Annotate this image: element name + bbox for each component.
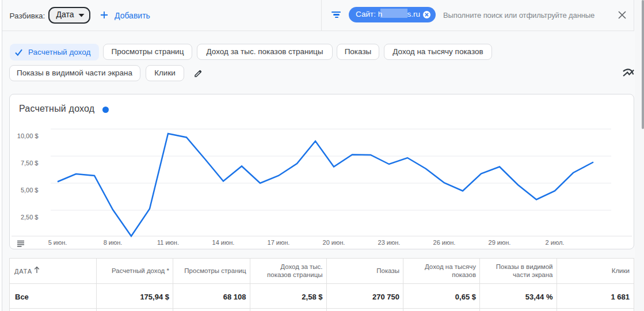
svg-text:20 июн.: 20 июн. [323,239,345,246]
svg-text:8 июн.: 8 июн. [104,239,123,246]
svg-text:5,00 $: 5,00 $ [21,187,39,194]
svg-text:10,00 $: 10,00 $ [17,132,39,139]
svg-text:7,50 $: 7,50 $ [21,160,39,166]
svg-text:5 июн.: 5 июн. [48,239,67,246]
svg-text:23 июн.: 23 июн. [378,239,401,246]
svg-text:17 июн.: 17 июн. [268,239,290,246]
svg-text:26 июн.: 26 июн. [433,239,456,246]
svg-text:11 июн.: 11 июн. [157,239,179,246]
svg-text:29 июн.: 29 июн. [489,239,511,246]
svg-text:2,50 $: 2,50 $ [21,214,39,221]
svg-text:2 июл.: 2 июл. [546,239,565,246]
svg-text:14 июн.: 14 июн. [212,239,235,246]
